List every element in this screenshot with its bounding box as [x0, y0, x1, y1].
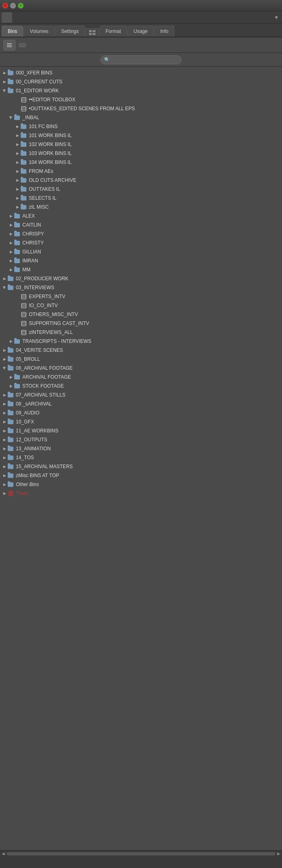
tree-item-trash[interactable]: ▶ Trash — [0, 489, 282, 498]
tree-item-02_producer[interactable]: ▶02_PRODUCER WORK — [0, 274, 282, 283]
folder-icon-10_gfx — [7, 419, 14, 425]
tree-label-caitlin: CAITLIN — [22, 222, 41, 228]
tree-item-others_misc[interactable]: ▶ OTHERS_MISC_INTV — [0, 310, 282, 319]
tree-item-outtakes_il[interactable]: ▶OUTTAKES IL — [0, 185, 282, 194]
tree-item-11_ae_workbins[interactable]: ▶11_AE WORKBINS — [0, 426, 282, 435]
tree-item-io_co_intv[interactable]: ▶ IO_CO_INTV — [0, 301, 282, 310]
tree-item-15_archival_masters[interactable]: ▶15_ARCHIVAL MASTERS — [0, 462, 282, 471]
tree-label-00_CURRENT: 00_CURRENT CUTS — [16, 79, 62, 85]
tree-item-archival_footage[interactable]: ▶ARCHIVAL FOOTAGE — [0, 373, 282, 382]
tree-item-07_archival_stills[interactable]: ▶07_ARCHIVAL STILLS — [0, 390, 282, 399]
tree-arrow-04_verite: ▶ — [2, 347, 7, 353]
tree-item-imran[interactable]: ▶IMRAN — [0, 256, 282, 265]
tree-item-13_animation[interactable]: ▶13_ANIMATION — [0, 444, 282, 453]
folder-icon-08_sarchival — [7, 401, 14, 407]
search-icon: 🔍 — [104, 57, 110, 63]
tree-item-gillian[interactable]: ▶GILLIAN — [0, 247, 282, 256]
tree-item-supporting_cast[interactable]: ▶ SUPPORTING CAST_INTV — [0, 319, 282, 328]
svg-rect-4 — [7, 43, 12, 44]
tree-item-zmisc_bins[interactable]: ▶zMisc BINS AT TOP — [0, 471, 282, 480]
list-icon — [7, 42, 12, 48]
tab-format[interactable]: Format — [100, 26, 127, 37]
tree-item-09_audio[interactable]: ▶09_AUDIO — [0, 408, 282, 417]
search-container[interactable]: 🔍 — [100, 55, 182, 64]
tab-usage[interactable]: Usage — [128, 26, 154, 37]
tree-item-101_work[interactable]: ▶101 WORK BINS IL — [0, 131, 282, 140]
tree-label-supporting_cast: SUPPORTING CAST_INTV — [29, 321, 89, 326]
tree-item-other_bins[interactable]: ▶Other Bins — [0, 480, 282, 489]
tab-info[interactable]: Info — [154, 26, 174, 37]
tree-arrow-stock_footage: ▶ — [8, 383, 14, 389]
tree-label-zil_misc: zIL MISC — [29, 204, 49, 210]
tree-item-00_CURRENT[interactable]: ▶00_CURRENT CUTS — [0, 77, 282, 86]
folder-icon-chrispy — [14, 231, 20, 237]
tree-item-000_XFER[interactable]: ▶000_XFER BINS — [0, 68, 282, 77]
folder-icon-103_work — [20, 150, 27, 156]
folder-icon-gillian — [14, 249, 20, 255]
tree-arrow-trash: ▶ — [2, 491, 7, 496]
tree-item-mm[interactable]: ▶MM — [0, 265, 282, 274]
tree-label-selects_il: SELECTS IL — [29, 195, 56, 201]
tree-item-zinterviews_all[interactable]: ▶ zINTERVIEWS_ALL — [0, 328, 282, 337]
tree-label-10_gfx: 10_GFX — [16, 419, 34, 425]
svg-rect-16 — [22, 303, 26, 308]
tree-item-selects_il[interactable]: ▶SELECTS IL — [0, 194, 282, 203]
scroll-left-arrow[interactable]: ◀ — [2, 851, 5, 856]
scroll-track[interactable] — [7, 852, 275, 855]
close-button[interactable]: × — [2, 3, 8, 9]
tab-bins[interactable]: Bins — [2, 26, 23, 37]
tree-label-07_archival_stills: 07_ARCHIVAL STILLS — [16, 392, 65, 398]
tree-label-chrispy: CHRISPY — [22, 231, 44, 237]
tree-arrow-from_aes: ▶ — [15, 168, 20, 174]
tree-item-transcripts[interactable]: ▶TRANSCRIPTS - INTERVIEWS — [0, 337, 282, 346]
tree-arrow-00_CURRENT: ▶ — [2, 79, 7, 85]
tree-item-christy[interactable]: ▶CHRISTY — [0, 238, 282, 247]
scroll-right-arrow[interactable]: ▶ — [277, 851, 280, 856]
tree-item-editor_toolbox[interactable]: ▶ ••EDITOR TOOLBOX — [0, 95, 282, 104]
bin-tree: ▶000_XFER BINS▶00_CURRENT CUTS▶01_EDITOR… — [0, 67, 282, 850]
tree-item-experts_intv[interactable]: ▶ EXPERTS_INTV — [0, 292, 282, 301]
tree-item-10_gfx[interactable]: ▶10_GFX — [0, 417, 282, 426]
tree-item-chrispy[interactable]: ▶CHRISPY — [0, 229, 282, 238]
folder-icon-01_EDITOR — [7, 88, 14, 94]
tree-item-05_broll[interactable]: ▶05_BROLL — [0, 355, 282, 364]
tree-item-caitlin[interactable]: ▶CAITLIN — [0, 220, 282, 229]
tree-item-01_EDITOR[interactable]: ▶01_EDITOR WORK — [0, 86, 282, 95]
tree-item-03_interviews[interactable]: ▶03_INTERVIEWS — [0, 283, 282, 292]
maximize-button[interactable]: + — [18, 3, 24, 9]
toolbar — [0, 37, 282, 53]
tree-item-04_verite[interactable]: ▶04_VERITE SCENES — [0, 346, 282, 355]
folder-icon-102_work — [20, 142, 27, 147]
tree-item-old_cuts[interactable]: ▶OLD CUTS ARCHIVE — [0, 176, 282, 185]
tab-volumes[interactable]: Volumes — [24, 26, 54, 37]
folder-icon-selects_il — [20, 195, 27, 201]
tree-item-12_outputs[interactable]: ▶12_OUTPUTS — [0, 435, 282, 444]
tree-item-101_fc[interactable]: ▶101 FC BINS — [0, 122, 282, 131]
tree-item-stock_footage[interactable]: ▶STOCK FOOTAGE — [0, 382, 282, 390]
tree-label-gillian: GILLIAN — [22, 249, 41, 255]
tab-dropdown-arrow[interactable]: ▾ — [273, 13, 280, 21]
tree-item-103_work[interactable]: ▶103 WORK BINS IL — [0, 149, 282, 158]
tree-item-06_archival[interactable]: ▶06_ARCHIVAL FOOTAGE — [0, 364, 282, 373]
tree-label-101_work: 101 WORK BINS IL — [29, 133, 72, 138]
tab-settings[interactable]: Settings — [55, 26, 85, 37]
tree-arrow-zil_misc: ▶ — [15, 204, 20, 210]
tree-item-14_tos[interactable]: ▶14_TOS — [0, 453, 282, 462]
tree-item-_inbal[interactable]: ▶_INBAL — [0, 113, 282, 122]
tree-item-zil_misc[interactable]: ▶zIL MISC — [0, 203, 282, 212]
minimize-button[interactable]: − — [10, 3, 16, 9]
view-icon-button[interactable] — [3, 40, 15, 50]
tree-item-outtakes_edited[interactable]: ▶ •OUTTAKES_EDITED SCENES FROM ALL EPS — [0, 104, 282, 113]
tree-item-102_work[interactable]: ▶102 WORK BINS IL — [0, 140, 282, 149]
tab-icon[interactable] — [85, 28, 99, 37]
folder-icon-alex — [14, 213, 20, 219]
tree-item-from_aes[interactable]: ▶FROM AEs — [0, 167, 282, 176]
tree-item-104_work[interactable]: ▶104 WORK BINS IL — [0, 158, 282, 167]
tree-item-alex[interactable]: ▶ALEX — [0, 212, 282, 220]
svg-rect-25 — [22, 330, 26, 335]
tree-item-08_sarchival[interactable]: ▶08 _sARCHIVAL — [0, 399, 282, 408]
tree-arrow-outtakes_il: ▶ — [15, 186, 20, 192]
new-bin-button[interactable] — [19, 43, 26, 47]
tree-label-outtakes_edited: •OUTTAKES_EDITED SCENES FROM ALL EPS — [29, 106, 135, 111]
app-tab[interactable] — [2, 12, 12, 23]
